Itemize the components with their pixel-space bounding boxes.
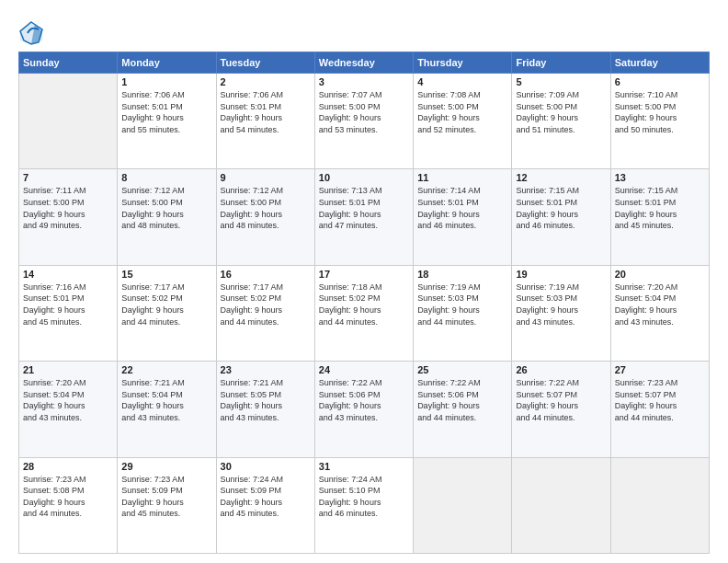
day-info: Sunrise: 7:24 AMSunset: 5:10 PMDaylight:… <box>319 474 409 520</box>
day-info: Sunrise: 7:06 AMSunset: 5:01 PMDaylight:… <box>221 89 311 135</box>
day-cell <box>512 457 610 553</box>
day-info: Sunrise: 7:22 AMSunset: 5:07 PMDaylight:… <box>516 377 606 423</box>
day-number: 6 <box>615 76 705 87</box>
day-number: 1 <box>121 76 211 87</box>
day-info: Sunrise: 7:20 AMSunset: 5:04 PMDaylight:… <box>23 377 113 423</box>
day-cell: 8Sunrise: 7:12 AMSunset: 5:00 PMDaylight… <box>118 169 216 265</box>
day-cell: 9Sunrise: 7:12 AMSunset: 5:00 PMDaylight… <box>216 169 314 265</box>
day-number: 18 <box>417 269 507 280</box>
day-cell: 10Sunrise: 7:13 AMSunset: 5:01 PMDayligh… <box>314 169 413 265</box>
day-number: 22 <box>121 364 211 375</box>
day-info: Sunrise: 7:20 AMSunset: 5:04 PMDaylight:… <box>615 282 705 327</box>
week-row-4: 28Sunrise: 7:23 AMSunset: 5:08 PMDayligh… <box>19 457 710 553</box>
day-info: Sunrise: 7:06 AMSunset: 5:01 PMDaylight:… <box>121 89 211 135</box>
day-info: Sunrise: 7:11 AMSunset: 5:00 PMDaylight:… <box>23 185 113 231</box>
week-row-2: 14Sunrise: 7:16 AMSunset: 5:01 PMDayligh… <box>19 265 710 361</box>
day-number: 5 <box>516 76 606 87</box>
day-info: Sunrise: 7:23 AMSunset: 5:08 PMDaylight:… <box>23 474 113 520</box>
day-cell: 19Sunrise: 7:19 AMSunset: 5:03 PMDayligh… <box>512 265 610 361</box>
day-number: 17 <box>319 269 409 280</box>
weekday-header-friday: Friday <box>512 52 610 74</box>
day-cell: 24Sunrise: 7:22 AMSunset: 5:06 PMDayligh… <box>314 362 413 457</box>
day-info: Sunrise: 7:12 AMSunset: 5:00 PMDaylight:… <box>221 185 311 231</box>
day-number: 15 <box>121 269 211 280</box>
day-number: 8 <box>121 172 211 183</box>
logo-icon <box>18 20 44 46</box>
day-number: 30 <box>221 461 311 472</box>
day-cell: 17Sunrise: 7:18 AMSunset: 5:02 PMDayligh… <box>314 265 413 361</box>
calendar-table: SundayMondayTuesdayWednesdayThursdayFrid… <box>18 52 710 554</box>
day-number: 11 <box>417 172 507 183</box>
day-number: 28 <box>23 461 113 472</box>
day-info: Sunrise: 7:13 AMSunset: 5:01 PMDaylight:… <box>319 185 409 231</box>
day-cell: 11Sunrise: 7:14 AMSunset: 5:01 PMDayligh… <box>414 169 512 265</box>
day-cell: 3Sunrise: 7:07 AMSunset: 5:00 PMDaylight… <box>314 74 413 169</box>
week-row-0: 1Sunrise: 7:06 AMSunset: 5:01 PMDaylight… <box>19 74 710 169</box>
day-number: 21 <box>23 364 113 375</box>
day-cell: 29Sunrise: 7:23 AMSunset: 5:09 PMDayligh… <box>118 457 216 553</box>
header <box>18 17 710 46</box>
day-cell: 21Sunrise: 7:20 AMSunset: 5:04 PMDayligh… <box>19 362 118 457</box>
day-cell: 22Sunrise: 7:21 AMSunset: 5:04 PMDayligh… <box>118 362 216 457</box>
day-number: 19 <box>516 269 606 280</box>
day-info: Sunrise: 7:15 AMSunset: 5:01 PMDaylight:… <box>615 185 705 231</box>
weekday-row: SundayMondayTuesdayWednesdayThursdayFrid… <box>19 52 710 74</box>
day-cell: 14Sunrise: 7:16 AMSunset: 5:01 PMDayligh… <box>19 265 118 361</box>
day-cell: 20Sunrise: 7:20 AMSunset: 5:04 PMDayligh… <box>610 265 709 361</box>
day-cell: 23Sunrise: 7:21 AMSunset: 5:05 PMDayligh… <box>216 362 314 457</box>
day-info: Sunrise: 7:09 AMSunset: 5:00 PMDaylight:… <box>516 89 606 135</box>
day-cell: 18Sunrise: 7:19 AMSunset: 5:03 PMDayligh… <box>414 265 512 361</box>
day-number: 7 <box>23 172 113 183</box>
day-info: Sunrise: 7:23 AMSunset: 5:07 PMDaylight:… <box>615 377 705 423</box>
day-number: 3 <box>319 76 409 87</box>
week-row-1: 7Sunrise: 7:11 AMSunset: 5:00 PMDaylight… <box>19 169 710 265</box>
weekday-header-tuesday: Tuesday <box>216 52 314 74</box>
logo <box>18 20 48 46</box>
day-info: Sunrise: 7:23 AMSunset: 5:09 PMDaylight:… <box>121 474 211 520</box>
weekday-header-monday: Monday <box>118 52 216 74</box>
day-info: Sunrise: 7:08 AMSunset: 5:00 PMDaylight:… <box>417 89 507 135</box>
day-number: 2 <box>221 76 311 87</box>
day-info: Sunrise: 7:19 AMSunset: 5:03 PMDaylight:… <box>516 282 606 327</box>
day-cell: 26Sunrise: 7:22 AMSunset: 5:07 PMDayligh… <box>512 362 610 457</box>
calendar-body: 1Sunrise: 7:06 AMSunset: 5:01 PMDaylight… <box>19 74 710 554</box>
weekday-header-thursday: Thursday <box>414 52 512 74</box>
day-info: Sunrise: 7:24 AMSunset: 5:09 PMDaylight:… <box>221 474 311 520</box>
day-number: 13 <box>615 172 705 183</box>
day-cell: 28Sunrise: 7:23 AMSunset: 5:08 PMDayligh… <box>19 457 118 553</box>
weekday-header-saturday: Saturday <box>610 52 709 74</box>
day-info: Sunrise: 7:17 AMSunset: 5:02 PMDaylight:… <box>221 282 311 327</box>
day-number: 14 <box>23 269 113 280</box>
day-info: Sunrise: 7:19 AMSunset: 5:03 PMDaylight:… <box>417 282 507 327</box>
day-info: Sunrise: 7:12 AMSunset: 5:00 PMDaylight:… <box>121 185 211 231</box>
day-info: Sunrise: 7:22 AMSunset: 5:06 PMDaylight:… <box>319 377 409 423</box>
day-cell: 30Sunrise: 7:24 AMSunset: 5:09 PMDayligh… <box>216 457 314 553</box>
day-number: 25 <box>417 364 507 375</box>
day-number: 29 <box>121 461 211 472</box>
day-info: Sunrise: 7:16 AMSunset: 5:01 PMDaylight:… <box>23 282 113 327</box>
day-cell: 13Sunrise: 7:15 AMSunset: 5:01 PMDayligh… <box>610 169 709 265</box>
day-number: 26 <box>516 364 606 375</box>
day-info: Sunrise: 7:15 AMSunset: 5:01 PMDaylight:… <box>516 185 606 231</box>
day-number: 4 <box>417 76 507 87</box>
day-cell: 12Sunrise: 7:15 AMSunset: 5:01 PMDayligh… <box>512 169 610 265</box>
day-cell <box>414 457 512 553</box>
day-cell <box>19 74 118 169</box>
day-cell: 1Sunrise: 7:06 AMSunset: 5:01 PMDaylight… <box>118 74 216 169</box>
day-info: Sunrise: 7:21 AMSunset: 5:05 PMDaylight:… <box>221 377 311 423</box>
day-cell: 31Sunrise: 7:24 AMSunset: 5:10 PMDayligh… <box>314 457 413 553</box>
day-cell: 16Sunrise: 7:17 AMSunset: 5:02 PMDayligh… <box>216 265 314 361</box>
day-cell: 2Sunrise: 7:06 AMSunset: 5:01 PMDaylight… <box>216 74 314 169</box>
day-cell: 7Sunrise: 7:11 AMSunset: 5:00 PMDaylight… <box>19 169 118 265</box>
weekday-header-sunday: Sunday <box>19 52 118 74</box>
calendar-header: SundayMondayTuesdayWednesdayThursdayFrid… <box>19 52 710 74</box>
day-number: 24 <box>319 364 409 375</box>
day-number: 12 <box>516 172 606 183</box>
day-info: Sunrise: 7:10 AMSunset: 5:00 PMDaylight:… <box>615 89 705 135</box>
day-cell: 5Sunrise: 7:09 AMSunset: 5:00 PMDaylight… <box>512 74 610 169</box>
day-info: Sunrise: 7:22 AMSunset: 5:06 PMDaylight:… <box>417 377 507 423</box>
day-cell <box>610 457 709 553</box>
day-cell: 4Sunrise: 7:08 AMSunset: 5:00 PMDaylight… <box>414 74 512 169</box>
day-number: 31 <box>319 461 409 472</box>
day-number: 16 <box>221 269 311 280</box>
